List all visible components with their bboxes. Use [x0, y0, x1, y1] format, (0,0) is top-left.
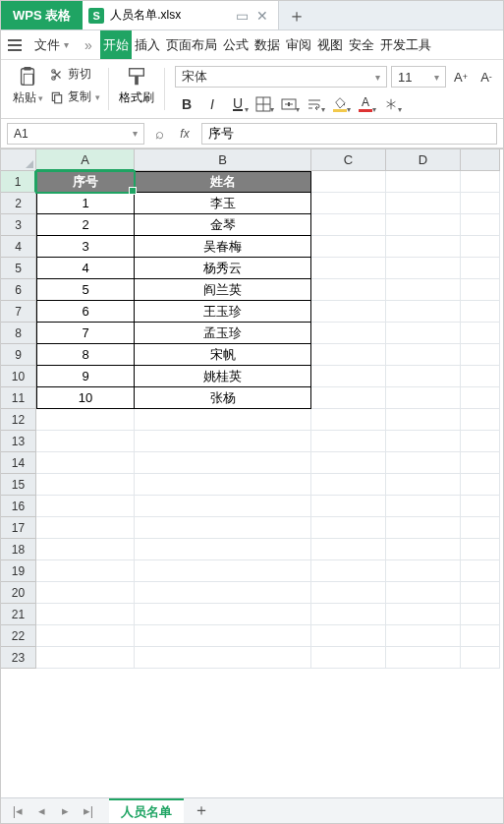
cell[interactable]	[36, 409, 135, 431]
cell[interactable]: 序号	[36, 171, 135, 193]
cell[interactable]	[386, 496, 461, 517]
cell[interactable]	[135, 647, 311, 669]
cell[interactable]	[311, 171, 386, 193]
cell[interactable]	[311, 279, 386, 301]
cell[interactable]	[461, 236, 500, 258]
cell[interactable]	[135, 625, 311, 647]
cell[interactable]	[386, 279, 461, 301]
cell[interactable]	[135, 582, 311, 604]
cell[interactable]	[311, 560, 386, 582]
row-header[interactable]: 7	[1, 301, 36, 323]
row-header[interactable]: 14	[1, 452, 36, 474]
cell[interactable]	[461, 409, 500, 431]
row-header[interactable]: 21	[1, 604, 36, 625]
name-box[interactable]: A1 ▾	[7, 123, 144, 145]
cell[interactable]	[386, 560, 461, 582]
row-header[interactable]: 3	[1, 214, 36, 236]
font-color-button[interactable]: A ▾	[354, 93, 377, 115]
cell[interactable]: 9	[36, 366, 135, 387]
font-size-select[interactable]: 11 ▾	[391, 66, 446, 88]
cell[interactable]	[386, 236, 461, 258]
select-all-corner[interactable]	[1, 149, 36, 171]
cell[interactable]: 6	[36, 301, 135, 323]
font-name-select[interactable]: 宋体 ▾	[175, 66, 387, 88]
cell[interactable]	[386, 344, 461, 366]
cell[interactable]: 2	[36, 214, 135, 236]
cell[interactable]	[311, 301, 386, 323]
cell[interactable]	[461, 560, 500, 582]
more-formatting-button[interactable]: ▾	[379, 93, 403, 115]
cell[interactable]	[386, 582, 461, 604]
new-tab-button[interactable]: ＋	[279, 1, 314, 29]
cell[interactable]	[311, 582, 386, 604]
cell[interactable]	[311, 344, 386, 366]
cell[interactable]	[311, 539, 386, 560]
cell[interactable]	[461, 323, 500, 344]
menu-tab-0[interactable]: 开始	[100, 30, 132, 59]
cell[interactable]	[135, 560, 311, 582]
last-sheet-button[interactable]: ▸|	[78, 801, 99, 821]
menu-tab-5[interactable]: 审阅	[283, 30, 314, 59]
border-button[interactable]: ▾	[252, 93, 275, 115]
cell[interactable]	[386, 301, 461, 323]
add-sheet-button[interactable]: ＋	[190, 800, 213, 821]
column-header[interactable]	[461, 149, 500, 171]
hamburger-menu-icon[interactable]	[3, 39, 27, 51]
cell[interactable]	[461, 344, 500, 366]
cell[interactable]	[461, 366, 500, 387]
row-header[interactable]: 4	[1, 236, 36, 258]
cell[interactable]	[461, 517, 500, 539]
cell[interactable]	[461, 431, 500, 452]
first-sheet-button[interactable]: |◂	[7, 801, 28, 821]
decrease-font-button[interactable]: A-	[476, 66, 497, 88]
row-header[interactable]: 5	[1, 258, 36, 279]
cell[interactable]: 金琴	[135, 214, 311, 236]
cell[interactable]	[386, 625, 461, 647]
cell[interactable]	[36, 474, 135, 496]
menu-tab-6[interactable]: 视图	[314, 30, 346, 59]
row-header[interactable]: 18	[1, 539, 36, 560]
cell[interactable]	[311, 193, 386, 214]
cell[interactable]: 杨秀云	[135, 258, 311, 279]
increase-font-button[interactable]: A+	[450, 66, 472, 88]
cell[interactable]	[386, 171, 461, 193]
cell[interactable]: 孟玉珍	[135, 323, 311, 344]
cell[interactable]: 10	[36, 387, 135, 409]
menu-tab-1[interactable]: 插入	[132, 30, 163, 59]
row-header[interactable]: 19	[1, 560, 36, 582]
cell[interactable]: 张杨	[135, 387, 311, 409]
column-header[interactable]: C	[311, 149, 386, 171]
cell[interactable]	[311, 236, 386, 258]
cell[interactable]	[311, 604, 386, 625]
copy-button[interactable]: 复制 ▾	[50, 88, 100, 105]
menu-tab-4[interactable]: 数据	[252, 30, 283, 59]
menu-tab-8[interactable]: 开发工具	[377, 30, 434, 59]
cell[interactable]	[386, 193, 461, 214]
cell[interactable]	[386, 539, 461, 560]
merge-cells-button[interactable]: ▾	[277, 93, 301, 115]
cell[interactable]	[461, 171, 500, 193]
cell[interactable]: 4	[36, 258, 135, 279]
cell[interactable]: 王玉珍	[135, 301, 311, 323]
cell[interactable]: 3	[36, 236, 135, 258]
cell[interactable]	[461, 496, 500, 517]
file-tab[interactable]: S 人员名单.xlsx ▭ ✕	[83, 1, 279, 29]
row-header[interactable]: 8	[1, 323, 36, 344]
cell[interactable]	[386, 431, 461, 452]
cell[interactable]: 7	[36, 323, 135, 344]
cell[interactable]	[311, 647, 386, 669]
row-header[interactable]: 15	[1, 474, 36, 496]
sheet-tab[interactable]: 人员名单	[109, 798, 184, 824]
cell[interactable]	[386, 647, 461, 669]
cell[interactable]: 吴春梅	[135, 236, 311, 258]
cell[interactable]	[311, 387, 386, 409]
paste-button[interactable]: 粘贴 ▾	[7, 66, 48, 112]
app-name-tab[interactable]: WPS 表格	[1, 1, 83, 29]
cell[interactable]	[311, 625, 386, 647]
cell[interactable]: 姚桂英	[135, 366, 311, 387]
row-header[interactable]: 13	[1, 431, 36, 452]
cell[interactable]	[135, 474, 311, 496]
cell[interactable]	[461, 539, 500, 560]
row-header[interactable]: 2	[1, 193, 36, 214]
cell[interactable]	[311, 323, 386, 344]
